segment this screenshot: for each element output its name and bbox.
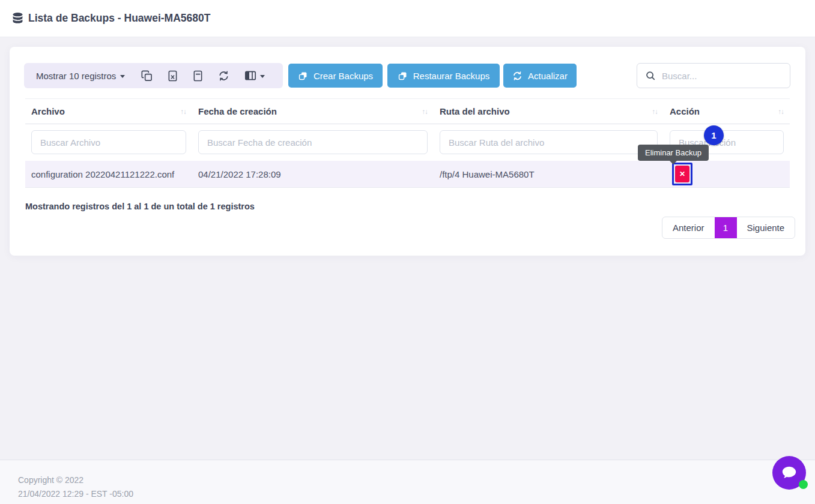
sort-icon: ↑↓ — [652, 108, 658, 115]
column-header-accion[interactable]: Acción ↑↓ — [664, 106, 790, 116]
file-export-button[interactable] — [193, 70, 203, 82]
sort-icon: ↑↓ — [181, 108, 187, 115]
excel-export-button[interactable] — [168, 70, 178, 82]
excel-icon — [168, 70, 178, 82]
top-navbar: Lista de Backups - Huawei-MA5680T — [0, 0, 815, 37]
sort-icon: ↑↓ — [778, 108, 784, 115]
filter-ruta-input[interactable] — [440, 130, 658, 154]
table-row: configuration 20220421121222.conf 04/21/… — [25, 161, 790, 188]
cell-archivo: configuration 20220421121222.conf — [25, 169, 192, 179]
backups-table: Archivo ↑↓ Fecha de creación ↑↓ Ruta del… — [25, 98, 790, 188]
actualizar-label: Actualizar — [528, 71, 568, 81]
search-icon — [645, 70, 656, 81]
backups-card: Mostrar 10 registros — [10, 47, 805, 256]
crear-backups-label: Crear Backups — [314, 71, 373, 81]
eliminar-backup-tooltip: Eliminar Backup — [638, 145, 709, 161]
file-icon — [193, 70, 203, 82]
chat-widget-button[interactable] — [772, 456, 806, 490]
annotation-highlight-ring: ✕ — [672, 163, 692, 185]
pagination: Anterior 1 Siguiente — [662, 217, 795, 239]
global-search-box — [637, 63, 790, 88]
online-status-dot — [799, 480, 808, 489]
cell-fecha: 04/21/2022 17:28:09 — [192, 169, 434, 179]
column-header-fecha[interactable]: Fecha de creación ↑↓ — [192, 106, 434, 116]
refresh-icon — [512, 71, 523, 81]
copy-button[interactable] — [141, 70, 153, 82]
restaurar-backups-button[interactable]: Restaurar Backups — [387, 64, 500, 88]
table-header-row: Archivo ↑↓ Fecha de creación ↑↓ Ruta del… — [25, 98, 790, 124]
pagination-next-button[interactable]: Siguiente — [737, 217, 795, 238]
columns-icon — [244, 70, 256, 81]
crear-backups-button[interactable]: Crear Backups — [288, 64, 383, 88]
save-icon — [398, 71, 408, 81]
actualizar-button[interactable]: Actualizar — [503, 64, 577, 88]
cell-accion: ✕ — [664, 163, 790, 185]
chat-bubble-icon — [780, 464, 798, 481]
reload-button[interactable] — [218, 70, 229, 82]
caret-down-icon — [260, 75, 265, 78]
save-icon — [298, 71, 308, 81]
search-input[interactable] — [662, 71, 782, 81]
copy-icon — [141, 70, 153, 82]
eliminar-backup-button[interactable]: ✕ — [675, 166, 689, 182]
copyright-text: Copyright © 2022 — [18, 473, 815, 487]
column-header-ruta[interactable]: Ruta del archivo ↑↓ — [434, 106, 664, 116]
filter-fecha-input[interactable] — [198, 130, 428, 154]
column-visibility-button[interactable] — [244, 70, 265, 81]
annotation-badge: 1 — [704, 125, 724, 145]
table-info-text: Mostrando registros del 1 al 1 de un tot… — [25, 202, 255, 211]
pagination-page-1[interactable]: 1 — [715, 217, 737, 238]
reload-icon — [218, 70, 229, 82]
datatable-toolbar: Mostrar 10 registros — [24, 63, 283, 88]
page-length-select[interactable]: Mostrar 10 registros — [36, 71, 125, 81]
filter-archivo-input[interactable] — [31, 130, 186, 154]
page-footer: Copyright © 2022 21/04/2022 12:29 - EST … — [0, 460, 815, 504]
database-icon — [12, 12, 23, 25]
footer-datetime: 21/04/2022 12:29 - EST -05:00 — [18, 487, 815, 501]
caret-down-icon — [120, 75, 125, 78]
cell-ruta: /ftp/4 Huawei-MA5680T — [434, 169, 664, 179]
sort-icon: ↑↓ — [422, 108, 428, 115]
column-header-archivo[interactable]: Archivo ↑↓ — [25, 106, 192, 116]
pagination-previous-button[interactable]: Anterior — [662, 217, 715, 238]
page-length-label: Mostrar 10 registros — [36, 71, 116, 81]
close-icon: ✕ — [679, 170, 685, 178]
page-title: Lista de Backups - Huawei-MA5680T — [28, 12, 210, 25]
restaurar-backups-label: Restaurar Backups — [413, 71, 490, 81]
